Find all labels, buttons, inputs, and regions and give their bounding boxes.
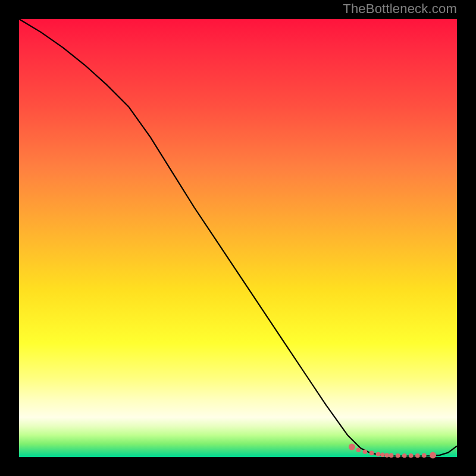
marker-dot bbox=[376, 452, 381, 457]
marker-dot bbox=[415, 453, 420, 458]
marker-dot bbox=[349, 444, 355, 450]
marker-dot bbox=[402, 453, 407, 458]
chart-area bbox=[19, 19, 457, 457]
marker-dot bbox=[356, 447, 361, 452]
bottleneck-curve bbox=[19, 19, 457, 456]
marker-dot bbox=[409, 453, 414, 458]
marker-dot bbox=[430, 452, 436, 459]
marker-dot bbox=[384, 453, 389, 458]
marker-dot bbox=[363, 449, 368, 454]
marker-dot bbox=[369, 451, 374, 456]
watermark-text: TheBottleneck.com bbox=[343, 1, 457, 17]
marker-dot bbox=[380, 453, 385, 458]
marker-dot bbox=[396, 453, 400, 458]
marker-dot bbox=[422, 453, 427, 458]
marker-dot bbox=[389, 453, 394, 458]
curve-flat-markers bbox=[349, 444, 436, 459]
chart-svg bbox=[19, 19, 457, 457]
